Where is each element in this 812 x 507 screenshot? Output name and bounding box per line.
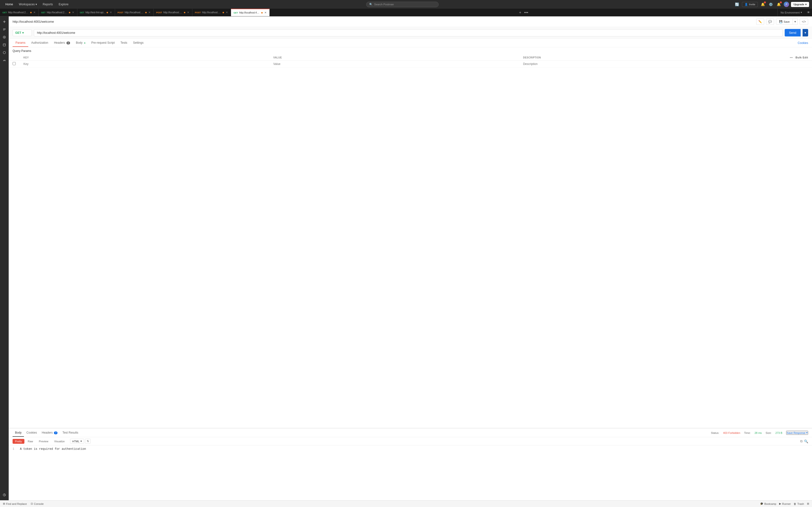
user-icon: 👤 — [745, 3, 748, 6]
bottom-trash[interactable]: 🗑 Trash — [794, 502, 804, 505]
tab-item[interactable]: POST http://localhost:4... ✕ — [154, 9, 192, 16]
format-tab-preview[interactable]: Preview — [37, 439, 51, 444]
sidebar-icon-monitor[interactable] — [1, 57, 8, 64]
tab-pre-request[interactable]: Pre-request Script — [89, 39, 118, 47]
invite-button[interactable]: 👤 Invite — [742, 2, 758, 7]
notification-bell-btn[interactable]: 🔔 — [760, 1, 766, 7]
resp-tab-cookies[interactable]: Cookies — [24, 429, 39, 437]
format-tab-raw[interactable]: Raw — [26, 439, 36, 444]
response-status-area: Status: 403 Forbidden Time: 28 ms Size: … — [711, 431, 808, 435]
sidebar-icon-new[interactable] — [1, 18, 8, 25]
description-input[interactable] — [523, 62, 808, 66]
cookies-link[interactable]: Cookies — [798, 41, 808, 45]
tab-body[interactable]: Body ● — [73, 39, 89, 47]
content-area: http://localhost:4001/welcome ✏️ 💬 💾 Sav… — [9, 16, 812, 500]
nav-home[interactable]: Home — [3, 2, 15, 7]
nav-explore[interactable]: Explore — [56, 2, 71, 7]
bottom-find-replace[interactable]: ⊞ Find and Replace — [3, 502, 27, 505]
send-button[interactable]: Send — [785, 29, 801, 37]
tab-close-icon[interactable]: ✕ — [225, 10, 229, 14]
tab-item[interactable]: GET http://test-fml-api... ✕ — [77, 9, 115, 16]
sidebar-icon-history[interactable] — [1, 492, 8, 498]
method-selector[interactable]: GET ▾ — [12, 30, 32, 36]
tab-params[interactable]: Params — [12, 39, 28, 47]
svg-rect-3 — [3, 44, 6, 46]
bottom-bootcamp[interactable]: 🎓 Bootcamp — [760, 502, 776, 505]
resp-tab-body[interactable]: Body — [12, 429, 24, 437]
nav-workspaces[interactable]: Workspaces ▾ — [16, 2, 39, 7]
sidebar-icon-mock[interactable] — [1, 49, 8, 56]
more-tabs-button[interactable]: ••• — [523, 10, 529, 15]
tab-item[interactable]: GET http://localhost:22... ✕ — [0, 9, 39, 16]
code-icon-btn[interactable]: </> — [800, 18, 808, 25]
resp-tab-headers[interactable]: Headers 7 — [39, 429, 60, 437]
more-options-icon[interactable]: ••• — [790, 56, 793, 59]
tab-item[interactable]: POST http://localhost:4... ✕ — [192, 9, 231, 16]
search-icon-btn[interactable]: 🔍 — [804, 439, 808, 443]
save-icon: 💾 — [779, 20, 782, 23]
bottom-console[interactable]: ⊡ Console — [31, 502, 44, 505]
value-input[interactable] — [273, 62, 515, 66]
tab-close-icon[interactable]: ✕ — [109, 10, 112, 14]
tab-item[interactable]: GET http://localhost:22... ✕ — [39, 9, 77, 16]
tab-method: POST — [156, 11, 162, 14]
tab-unsaved-dot — [261, 12, 263, 13]
svg-rect-1 — [4, 20, 5, 23]
sidebar-icon-environments[interactable] — [1, 42, 8, 48]
tab-close-icon[interactable]: ✕ — [148, 10, 151, 14]
row-checkbox[interactable] — [12, 62, 16, 65]
format-tab-pretty[interactable]: Pretty — [12, 439, 24, 444]
tab-close-icon[interactable]: ✕ — [33, 10, 36, 14]
tab-item-active[interactable]: GET http://localhost:40... ✕ — [231, 9, 270, 16]
headers-badge: 8 — [66, 42, 70, 44]
tab-close-icon[interactable]: ✕ — [71, 10, 75, 14]
tab-headers[interactable]: Headers 8 — [51, 39, 73, 47]
format-type-selector[interactable]: HTML ▾ — [70, 439, 84, 444]
nav-actions: 🔄 👤 Invite 🔔 ⚙️ 🔔 P Upgrade ▾ — [734, 1, 809, 7]
url-input[interactable] — [34, 29, 783, 37]
bottom-runner[interactable]: ▶ Runner — [779, 502, 791, 505]
tab-tests[interactable]: Tests — [118, 39, 130, 47]
sidebar-icon-apis[interactable] — [1, 34, 8, 41]
tab-settings[interactable]: Settings — [130, 39, 146, 47]
new-tab-button[interactable]: + — [518, 10, 522, 15]
tab-url: http://test-fml-api... — [86, 11, 106, 14]
resp-headers-badge: 7 — [54, 432, 57, 434]
save-response-button[interactable]: Save Response ▾ — [786, 431, 808, 435]
settings-icon-btn[interactable]: ⚙️ — [768, 1, 774, 7]
tab-url: http://localhost:22... — [47, 11, 68, 14]
edit-icon-btn[interactable]: ✏️ — [756, 18, 764, 25]
bottom-bar: ⊞ Find and Replace ⊡ Console 🎓 Bootcamp … — [0, 500, 812, 507]
save-dropdown-button[interactable]: ▾ — [793, 18, 798, 25]
tab-close-icon[interactable]: ✕ — [264, 11, 267, 15]
tab-authorization[interactable]: Authorization — [28, 39, 51, 47]
sync-icon-btn[interactable]: 🔄 — [734, 1, 740, 7]
environment-selector[interactable]: No Environment ▾ — [777, 9, 805, 16]
send-dropdown-button[interactable]: ▾ — [803, 29, 808, 37]
copy-icon-btn[interactable]: ⧉ — [800, 439, 803, 443]
sidebar-icon-collections[interactable] — [1, 26, 8, 33]
save-button[interactable]: 💾 Save — [776, 18, 793, 24]
search-bar[interactable]: 🔍 Search Postman — [366, 2, 439, 7]
eye-icon-btn[interactable]: 👁 — [805, 11, 812, 14]
bulk-edit-button[interactable]: Bulk Edit — [796, 56, 808, 59]
nav-reports[interactable]: Reports — [40, 2, 55, 7]
line-number: 1 — [12, 447, 14, 451]
table-header-value: VALUE — [269, 55, 519, 61]
tab-item[interactable]: POST http://localhost:2... ✕ — [115, 9, 154, 16]
tab-url: http://localhost:22... — [8, 11, 29, 14]
format-tab-visualize[interactable]: Visualize — [52, 439, 67, 444]
response-tabs-row: Body Cookies Headers 7 Test Results Stat… — [9, 429, 812, 437]
chevron-down-icon: ▾ — [806, 431, 808, 434]
avatar[interactable]: P — [784, 2, 789, 7]
format-sort-icon-btn[interactable]: ⇅ — [85, 439, 91, 444]
key-input[interactable] — [23, 62, 266, 66]
upgrade-button[interactable]: Upgrade ▾ — [791, 2, 809, 7]
tab-close-icon[interactable]: ✕ — [187, 10, 190, 14]
comment-icon-btn[interactable]: 💬 — [766, 18, 774, 25]
alerts-icon-btn[interactable]: 🔔 — [776, 1, 782, 7]
resp-tab-test-results[interactable]: Test Results — [60, 429, 81, 437]
bottom-layout-icon[interactable]: ⊞ — [807, 502, 809, 505]
body-indicator: ● — [84, 42, 86, 44]
time-label: Time: — [744, 432, 751, 434]
